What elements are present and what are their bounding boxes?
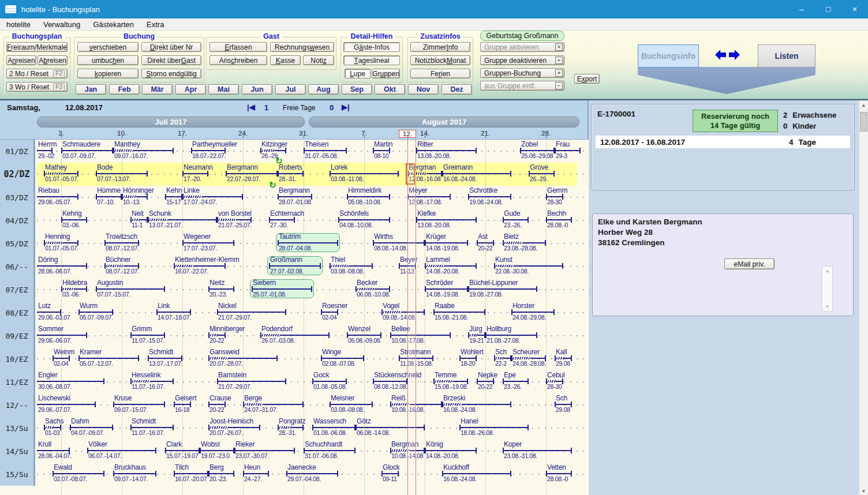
scrollbar-thumb[interactable] <box>860 112 867 132</box>
month-button-dez[interactable]: Dez <box>442 84 472 95</box>
booking[interactable]: Berge24.07.-31.07. <box>243 393 304 417</box>
booking[interactable]: Klettenheimer-Klemm16.07.-22.07. <box>174 255 226 278</box>
booking[interactable]: Lutz29.06.-03.07 <box>37 301 61 324</box>
booking[interactable]: Pongratz28.-31. <box>278 417 304 440</box>
room-timeline[interactable]: Kehrig03.-06.Neit11-1Schunk13.07.-21.07.… <box>37 209 589 232</box>
booking[interactable]: Gansweid20.07.-28.07. <box>208 347 278 370</box>
booking[interactable]: Gude23.-26. <box>503 209 529 232</box>
gruppe-deaktivieren-button[interactable]: Gruppe deaktivieren ÷ <box>480 55 564 65</box>
booking[interactable]: Kall29.08 <box>555 347 572 370</box>
booking[interactable]: Riebau29.06.-05.07. <box>37 186 78 209</box>
room-label[interactable]: 13/Su <box>0 417 35 440</box>
booking[interactable]: Bergmann28.07.-01.08. <box>278 186 312 209</box>
booking[interactable]: Minniberger20-22 <box>208 324 226 347</box>
booking[interactable]: Lorek03.08.-11.08. <box>330 163 399 186</box>
gruppen-buchung-button[interactable]: Gruppen-Buchung + <box>480 68 564 78</box>
month-button-mär[interactable]: Mär <box>142 84 173 95</box>
erfassen-button[interactable]: Erfassen <box>209 42 267 52</box>
booking[interactable]: Tautrim28.07.-04.08. <box>278 232 338 255</box>
abreisen-button[interactable]: Abreisen <box>38 55 68 65</box>
booking[interactable]: Kruse09.07.-15.07. <box>113 393 165 417</box>
booking[interactable]: Neumann17.-20. <box>182 163 208 186</box>
booking[interactable]: Vetten28.08.-0 <box>546 463 572 486</box>
booking[interactable]: Hanel18.08.-26.08. <box>459 417 529 440</box>
booking[interactable]: Epe23.-26. <box>503 370 529 393</box>
booking[interactable]: Bode07.07.-13.07. <box>96 163 148 186</box>
booking[interactable]: Hollburg21.08.-27.08. <box>485 324 537 347</box>
month-button-mai[interactable]: Mai <box>208 84 239 95</box>
booking[interactable]: Hönninger10.-13. <box>122 186 148 209</box>
booking[interactable]: Tilch16.07.-20.07 <box>174 463 208 486</box>
booking[interactable]: Döring28.06.-06.07. <box>37 255 87 278</box>
scroll-down-icon[interactable]: ▼ <box>822 304 832 309</box>
room-label[interactable]: 05/DZ <box>0 232 35 255</box>
booking[interactable]: Schrottke19.08.-24.08. <box>468 186 511 209</box>
booking[interactable]: Lammel14.08.-20.08. <box>425 255 477 278</box>
booking[interactable]: Wurm05.07.-09.07. <box>78 301 113 324</box>
room-timeline[interactable]: Mathey01.07.-05.07.Bode07.07.-13.07.Neum… <box>37 163 589 186</box>
booking[interactable]: Linke17.07.-24.07. <box>182 186 243 209</box>
booking[interactable]: Greimann16.08.-24.08. <box>442 163 511 186</box>
booking[interactable]: Clark15.07.-19.07 <box>165 440 200 463</box>
aus-gruppe-entfernen-button[interactable]: aus Gruppe entf. − <box>480 81 564 91</box>
month-button-jul[interactable]: Jul <box>275 84 306 95</box>
room-timeline[interactable]: Krull28.06.-04.07.Völker06.07.-14.07.Cla… <box>37 440 589 463</box>
month-button-okt[interactable]: Okt <box>375 84 405 95</box>
booking[interactable]: Cebul28-30 <box>546 370 563 393</box>
booking[interactable]: Schmidt11.07.-16.07. <box>130 417 174 440</box>
booking[interactable]: Strotmann11.08.-15.08. <box>399 347 433 370</box>
booking[interactable]: Link14.07.-18.07. <box>156 301 191 324</box>
maximize-button[interactable]: □ <box>815 0 841 18</box>
booking[interactable]: Temme15.08.-19.08. <box>433 370 468 393</box>
booking[interactable]: Theisen31.07.-05.08. <box>304 140 347 163</box>
booking[interactable]: Sachs01-03 <box>44 417 61 440</box>
booking[interactable]: Koper23.08.-31.08. <box>503 440 572 463</box>
arrow-left-icon[interactable] <box>715 50 726 60</box>
room-label[interactable]: 11/EZ <box>0 370 35 393</box>
booking[interactable]: Berg20.-23. <box>208 463 234 486</box>
anreisen-button[interactable]: Anreisen <box>6 55 36 65</box>
booking[interactable]: Schmaudere03.07.-09.07. <box>61 140 113 163</box>
booking[interactable]: Wenzel05.08.-09.08. <box>347 324 381 347</box>
jump-last-icon[interactable]: ▶| <box>342 103 350 111</box>
booking[interactable]: Sch29.08 <box>555 393 572 417</box>
notizblock-monat-button[interactable]: Notizblock Monat <box>410 55 470 65</box>
scroll-up-icon[interactable]: ▲ <box>859 100 868 110</box>
buchungsinfo-button[interactable]: Buchungsinfo <box>638 44 699 68</box>
month-button-jan[interactable]: Jan <box>76 84 106 95</box>
booking[interactable]: Büchel-Lippuner19.08.-27.08. <box>468 278 537 301</box>
address-scrollbar[interactable]: ▲ ▼ <box>822 266 833 312</box>
freiraum-merkmale-button[interactable]: Freiraum/Merkmale <box>6 42 68 52</box>
room-timeline[interactable]: Lischewski29.06.-07.07.Kruse09.07.-15.07… <box>37 393 589 417</box>
month-button-feb[interactable]: Feb <box>109 84 140 95</box>
room-label[interactable]: 12/-- <box>0 393 35 417</box>
month-button-jun[interactable]: Jun <box>242 84 272 95</box>
room-timeline[interactable]: Herrm29.-02Schmaudere03.07.-09.07.Manthe… <box>37 140 589 163</box>
ferien-button[interactable]: Ferien <box>410 69 470 78</box>
booking[interactable]: Meisner03.08.-08.08. <box>330 393 373 417</box>
direkt-ueber-nr-button[interactable]: Direkt über Nr <box>141 42 201 52</box>
booking[interactable]: Geisert16-18 <box>174 393 191 417</box>
booking[interactable]: Gock01.08.-05.08. <box>312 370 347 393</box>
booking[interactable]: Manthey09.07.-16.07. <box>113 140 174 163</box>
booking[interactable]: Sch22-2 <box>494 347 511 370</box>
room-timeline[interactable]: Lutz29.06.-03.07Wurm05.07.-09.07.Link14.… <box>37 301 589 324</box>
booking[interactable]: Heun24.-27. <box>243 463 269 486</box>
room-label[interactable]: 04/DZ <box>0 209 35 232</box>
booking[interactable]: Brzeski16.08.-24.08. <box>442 393 511 417</box>
booking[interactable]: Becker06.08.-10.08. <box>356 278 390 301</box>
room-label[interactable]: 06/-- <box>0 255 35 278</box>
room-timeline[interactable]: Hildebra03.-06.Augustin07.07.-15.07.Neit… <box>37 278 589 301</box>
booking[interactable]: Grimm11.07.-15.07. <box>130 324 165 347</box>
booking[interactable]: Kramer05.07.-12.07. <box>78 347 139 370</box>
booking[interactable]: Horster24.08.-29.08. <box>511 301 555 324</box>
room-label[interactable]: 15/Su <box>0 463 35 486</box>
booking[interactable]: Großmann27.07.-02.08. <box>269 255 321 278</box>
booking[interactable]: Winge02.08.-07.08. <box>321 347 364 370</box>
booking[interactable]: Jürg19-21 <box>468 324 485 347</box>
gruppe-aktivieren-button[interactable]: Gruppe aktivieren × <box>480 42 564 52</box>
booking[interactable]: Büchner08.07.-12.07. <box>104 255 139 278</box>
menu-verwaltung[interactable]: Verwaltung <box>37 18 87 31</box>
menu-gaestekarten[interactable]: Gästekarten <box>87 18 140 31</box>
booking[interactable]: Stückenschneid08.08.-12.08. <box>373 370 407 393</box>
